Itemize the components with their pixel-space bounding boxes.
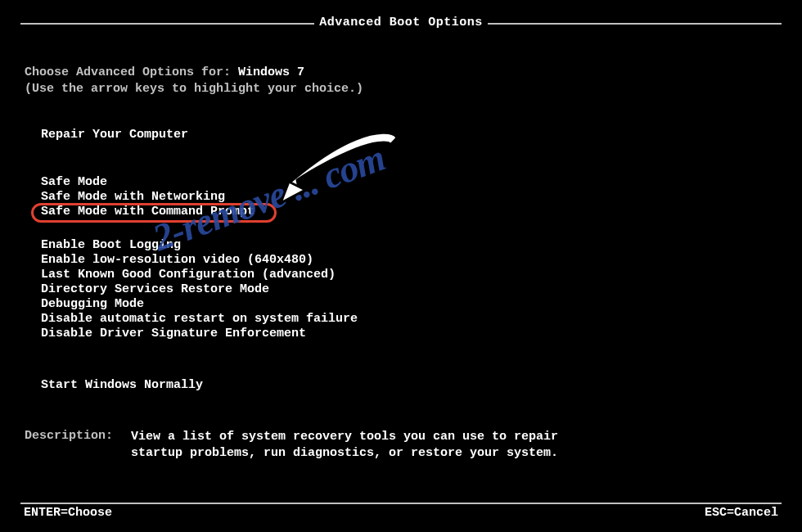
footer: ENTER=Choose ESC=Cancel — [20, 503, 782, 520]
opt-low-res-video[interactable]: Enable low-resolution video (640x480) — [41, 253, 358, 267]
opt-enable-boot-logging[interactable]: Enable Boot Logging — [41, 238, 358, 252]
opt-last-known-good[interactable]: Last Known Good Configuration (advanced) — [41, 268, 358, 282]
arrow-icon — [266, 123, 409, 213]
hint-enter-choose: ENTER=Choose — [24, 506, 112, 520]
option-group-advanced: Enable Boot Logging Enable low-resolutio… — [41, 238, 358, 340]
opt-safe-mode-command-prompt[interactable]: Safe Mode with Command Prompt — [41, 205, 255, 219]
opt-safe-mode[interactable]: Safe Mode — [41, 175, 255, 189]
arrow-key-hint: (Use the arrow keys to highlight your ch… — [25, 82, 363, 96]
opt-debugging-mode[interactable]: Debugging Mode — [41, 297, 358, 311]
hint-esc-cancel: ESC=Cancel — [705, 506, 778, 520]
opt-directory-services-restore[interactable]: Directory Services Restore Mode — [41, 282, 358, 296]
title-bar: Advanced Boot Options — [20, 23, 782, 41]
opt-disable-auto-restart[interactable]: Disable automatic restart on system fail… — [41, 312, 358, 326]
description-text: View a list of system recovery tools you… — [131, 429, 589, 462]
option-group-normal: Start Windows Normally — [41, 378, 203, 392]
opt-disable-driver-sig[interactable]: Disable Driver Signature Enforcement — [41, 327, 358, 340]
page-title: Advanced Boot Options — [314, 16, 488, 32]
os-name: Windows 7 — [238, 65, 304, 79]
choose-prompt: Choose Advanced Options for: Windows 7 — [25, 65, 304, 79]
option-group-safemode: Safe Mode Safe Mode with Networking Safe… — [41, 175, 255, 219]
footer-line — [20, 503, 782, 504]
description-label: Description: — [25, 429, 131, 462]
opt-safe-mode-networking[interactable]: Safe Mode with Networking — [41, 190, 255, 204]
description-block: Description: View a list of system recov… — [25, 429, 589, 462]
option-group-repair: Repair Your Computer — [41, 128, 188, 142]
opt-start-windows-normally[interactable]: Start Windows Normally — [41, 378, 203, 392]
choose-prefix: Choose Advanced Options for: — [25, 65, 238, 79]
opt-repair-your-computer[interactable]: Repair Your Computer — [41, 128, 188, 142]
